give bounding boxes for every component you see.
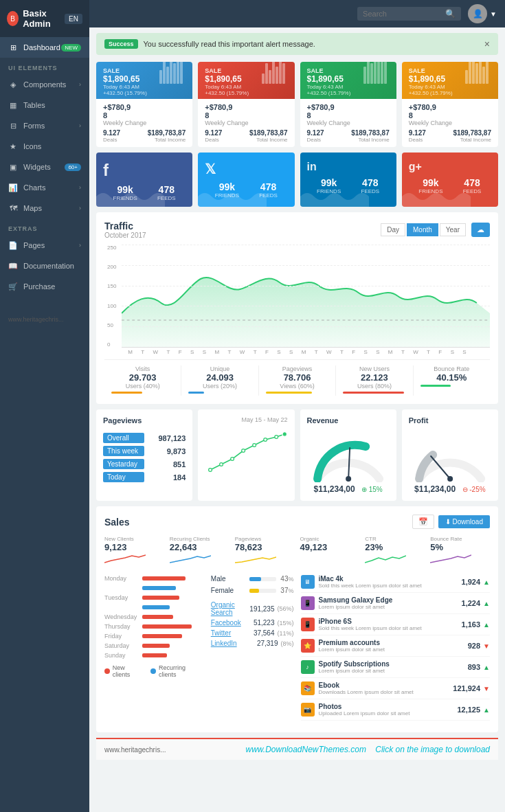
ebook-info: Ebook Downloads Lorem ipsum dolor sit am… <box>319 681 453 695</box>
source-twitter-pct: (11%) <box>277 630 293 637</box>
card1-change-amount: +$780,98 <box>103 103 186 120</box>
facebook-wave <box>96 186 165 207</box>
pages-icon: 📄 <box>8 240 18 250</box>
x-label: T <box>427 349 430 355</box>
sidebar-item-docs[interactable]: 📖 Documentation <box>0 256 89 276</box>
pv-row-thisweek: This week 9,873 <box>103 446 186 456</box>
gender-male-bar <box>249 577 261 581</box>
spotify-name: Spotify Subscriptions <box>319 660 468 668</box>
chart-title: Traffic <box>104 221 146 232</box>
sidebar-item-purchase[interactable]: 🛒 Purchase <box>0 276 89 297</box>
sales-download-button[interactable]: ⬇ Download <box>438 515 490 528</box>
sidebar-item-dashboard[interactable]: ⊞ Dashboard NEW <box>0 37 89 58</box>
card3-change: +432.50 (15.79%) <box>307 90 351 96</box>
photos-info: Photos Uploaded Lorem ipsum dolor sit am… <box>319 703 458 717</box>
sidebar: B Basix Admin EN ⊞ Dashboard NEW UI ELEM… <box>0 0 89 812</box>
card1-time: Today 6:43 AM <box>103 84 147 90</box>
gender-male-label: Male <box>211 575 245 583</box>
x-label: S <box>363 349 367 355</box>
stat-card-2: SALE $1,890,65 Today 6:43 AM +432.50 (15… <box>198 62 294 147</box>
x-label: M <box>388 349 393 355</box>
search-box[interactable]: 🔍 <box>357 7 461 21</box>
svg-point-8 <box>282 432 287 436</box>
card2-value: $1,890,65 <box>205 74 249 84</box>
visits-bar <box>111 392 142 394</box>
pageviews-panel-title: Pageviews <box>103 416 142 425</box>
alert-close-button[interactable]: × <box>484 38 490 49</box>
cloud-download-button[interactable]: ☁ <box>471 223 490 237</box>
source-organic-val: 191,235 <box>249 605 274 613</box>
alert-badge: Success <box>104 39 138 49</box>
sidebar-item-icons[interactable]: ★ Icons <box>0 136 89 157</box>
chart-subtitle: October 2017 <box>104 232 146 239</box>
card4-chart <box>462 67 491 87</box>
pv-today-label: Today <box>103 472 144 482</box>
x-label: W <box>413 349 418 355</box>
ctr-spark <box>365 552 406 566</box>
iphone-info: iPhone 6S Sold this week Lorem ipsum dol… <box>319 618 462 631</box>
source-twitter: Twitter 37,564 (11%) <box>211 629 294 637</box>
sidebar-lang[interactable]: EN <box>65 14 82 24</box>
traffic-stats-row: Visits 29.703 Users (40%) Unique 24.093 … <box>104 359 490 396</box>
user-dropdown-icon[interactable]: ▼ <box>490 10 497 18</box>
bounce-rate-label: Bounce Rate <box>430 536 490 542</box>
gender-female-label: Female <box>211 587 245 594</box>
card3-deals-label: Deals <box>307 137 324 143</box>
gender-female-row: Female 37 % <box>211 587 294 594</box>
revenue-title: Revenue <box>307 416 390 425</box>
card2-income-label: Total Income <box>249 137 288 143</box>
avatar[interactable]: 👤 <box>468 4 487 23</box>
sidebar-item-maps[interactable]: 🗺 Maps › <box>0 198 89 218</box>
sidebar-item-components[interactable]: ◈ Components › <box>0 74 89 95</box>
components-icon: ◈ <box>8 80 18 89</box>
x-label: M <box>214 349 219 355</box>
card2-deals-label: Deals <box>205 137 222 143</box>
sidebar-item-widgets[interactable]: ▣ Widgets 60+ <box>0 157 89 177</box>
metric-ctr: CTR 23% <box>365 536 425 568</box>
sales-calendar-button[interactable]: 📅 <box>412 515 434 529</box>
product-premium: ⭐ Premium accounts Lorem ipsum dolor sit… <box>301 639 491 657</box>
sidebar-item-charts[interactable]: 📊 Charts › <box>0 177 89 198</box>
logo-icon: B <box>7 11 19 26</box>
sidebar-item-tables[interactable]: ▦ Tables <box>0 95 89 115</box>
ebook-desc: Downloads Lorem ipsum dolor sit amet <box>319 689 453 695</box>
sidebar-item-pages[interactable]: 📄 Pages › <box>0 235 89 256</box>
photos-desc: Uploaded Lorem ipsum dolor sit amet <box>319 710 458 717</box>
imac-info: iMac 4k Sold this week Lorem ipsum dolor… <box>319 575 462 589</box>
premium-arrow-icon: ▼ <box>483 642 490 650</box>
search-icon: 🔍 <box>445 9 456 19</box>
sales-header: Sales 📅 ⬇ Download <box>104 515 490 529</box>
day-row-tuesday-rec: Tue <box>104 604 204 611</box>
sidebar-item-forms[interactable]: ⊟ Forms › <box>0 115 89 136</box>
ctr-label: CTR <box>365 536 425 542</box>
chart-btn-year[interactable]: Year <box>440 223 466 236</box>
card3-value: $1,890,65 <box>307 74 351 84</box>
chart-btn-month[interactable]: Month <box>407 223 438 236</box>
chart-btn-day[interactable]: Day <box>381 223 405 236</box>
watermark: www.heritagechris... www.DownloadNewThem… <box>96 738 498 760</box>
profit-section: Profit $11,234,00 ⊖ -25% <box>402 409 498 501</box>
sidebar-label-tables: Tables <box>23 101 81 109</box>
svg-point-3 <box>231 458 234 461</box>
new-clients-label: New Clients <box>104 536 164 542</box>
card3-chart <box>361 67 390 87</box>
day-row-monday: Monday <box>104 575 204 582</box>
unique-sub: Users (20%) <box>181 383 258 390</box>
card4-deals-label: Deals <box>409 137 426 143</box>
revenue-value: $11,234,00 <box>314 484 355 494</box>
imac-val: 1,924 <box>462 578 481 586</box>
recuring-spark <box>170 552 211 566</box>
x-label: T <box>340 349 344 355</box>
card3-time: Today 6:43 AM <box>307 84 351 90</box>
chevron-right-charts-icon: › <box>79 184 81 191</box>
search-input[interactable] <box>363 10 445 18</box>
sparkline-svg <box>205 426 287 481</box>
photos-name: Photos <box>319 703 458 710</box>
x-label: T <box>141 349 144 355</box>
svg-point-4 <box>242 449 245 453</box>
source-facebook-label: Facebook <box>211 619 254 627</box>
sidebar-website: www.heritagechris... <box>0 311 89 328</box>
samsung-val: 1,224 <box>462 599 481 607</box>
revenue-pct: ⊕ 15% <box>361 486 383 493</box>
new-clients-spark <box>104 552 146 566</box>
